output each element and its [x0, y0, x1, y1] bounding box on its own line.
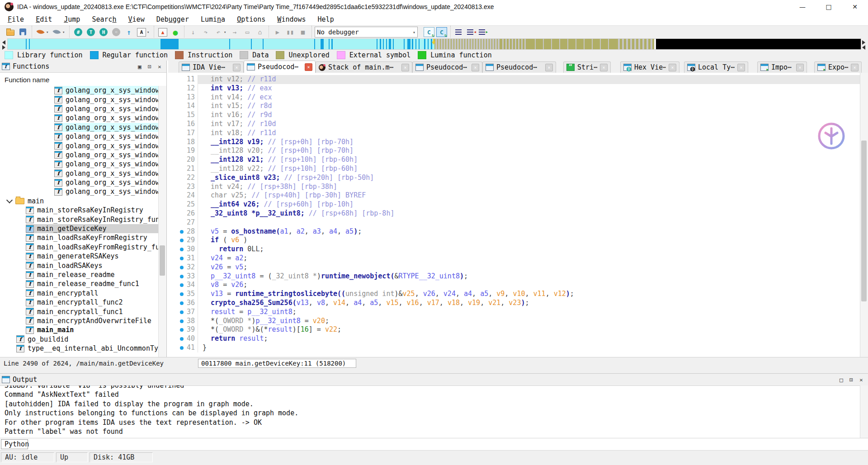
code-line[interactable]: 31 v24 = a2;	[168, 254, 860, 263]
function-row[interactable]: fmain_storeRsaKeyInRegistry	[0, 206, 159, 215]
code-line[interactable]: 11 int v12; // r11d	[168, 75, 860, 84]
run-state-icon[interactable]: ●	[170, 27, 181, 37]
rename-icon[interactable]: A	[136, 27, 147, 37]
function-list-scroll-thumb[interactable]	[160, 245, 165, 276]
horizontal-splitter[interactable]	[0, 370, 868, 373]
breakpoint-icon[interactable]: ▲	[157, 27, 168, 37]
code-line[interactable]: 30 return 0LL;	[168, 245, 860, 254]
trace-off-icon[interactable]: ◦	[111, 27, 122, 37]
code-line[interactable]: 19 __int128 v20; // [rsp+0h] [rbp-70h]	[168, 146, 860, 155]
run-until-return-icon-dropdown[interactable]: ▾	[224, 30, 228, 34]
code-line[interactable]: 38 *(_OWORD *)p__32_uint8 = v20;	[168, 317, 860, 326]
menu-file[interactable]: File	[2, 14, 30, 24]
function-row[interactable]: fmain_loadRsaKeyFromRegistry_func1	[0, 243, 159, 252]
code-line[interactable]: 29 if ( v6 )	[168, 236, 860, 245]
output-maximize-icon[interactable]: □	[836, 375, 846, 384]
code-line[interactable]: 36 crypto_sha256_Sum256(v13, v8, v14, a4…	[168, 299, 860, 308]
pause-icon2[interactable]: ▭	[242, 27, 253, 37]
decompile-back-icon[interactable]: C	[424, 27, 434, 37]
function-row[interactable]: fmain_encryptall_func2	[0, 298, 159, 307]
trace-hash-icon[interactable]: #	[73, 27, 84, 37]
tab-pseudocod[interactable]: Pseudocod⋯×	[244, 61, 316, 73]
tab-close-icon[interactable]: ×	[851, 64, 859, 71]
pseudocode-view[interactable]: 11 int v12; // r11d12 int v13; // eax13 …	[168, 73, 860, 357]
tab-idavie[interactable]: IDA Vie⋯×	[179, 61, 244, 73]
code-line[interactable]: 32 v26 = v5;	[168, 263, 860, 272]
function-row[interactable]: fmain_encryptAndOverwriteFile	[0, 316, 159, 325]
detach-icon[interactable]: ⌂	[255, 27, 265, 37]
code-line[interactable]: 27	[168, 218, 860, 227]
menu-lumina[interactable]: Lumina	[195, 14, 231, 24]
menu-view[interactable]: View	[123, 14, 151, 24]
save-icon[interactable]	[18, 27, 28, 37]
function-row[interactable]: fmain_encryptall	[0, 289, 159, 298]
pseudocode-scrollbar[interactable]	[860, 73, 868, 357]
tab-close-icon[interactable]: ×	[401, 64, 409, 71]
tab-pseudocod[interactable]: Pseudocod⋯×	[482, 61, 556, 73]
jump-up-icon[interactable]: ↑	[123, 27, 134, 37]
tab-close-icon[interactable]: ×	[669, 64, 676, 71]
function-row[interactable]: fgolang_org_x_sys_windows_G	[0, 113, 159, 122]
tab-localty[interactable]: Local Ty⋯×	[684, 61, 748, 73]
tab-close-icon[interactable]: ×	[600, 64, 608, 71]
menu-jump[interactable]: Jump	[58, 14, 86, 24]
code-line[interactable]: 16 int v17; // r10d	[168, 120, 860, 129]
code-line[interactable]: 41}	[168, 343, 860, 352]
code-line[interactable]: 33 p__32_uint8 = (_32_uint8 *)runtime_ne…	[168, 272, 860, 281]
functions-close-icon[interactable]: ×	[155, 62, 165, 71]
import-list-icon[interactable]	[467, 28, 475, 36]
step-into-icon[interactable]: ↓	[188, 27, 198, 37]
function-row[interactable]: fmain_release_readme	[0, 270, 159, 279]
tab-stri[interactable]: Stri⋯×	[563, 61, 611, 73]
run-until-return-icon[interactable]: ↶	[213, 27, 224, 37]
menu-help[interactable]: Help	[312, 14, 340, 24]
function-row[interactable]: fgolang_org_x_sys_windows_g	[0, 160, 159, 169]
close-button[interactable]: ✕	[842, 0, 868, 14]
code-line[interactable]: 26 _32_uint8 *p__32_uint8; // [rsp+68h] …	[168, 209, 860, 218]
folder-row-main[interactable]: main	[0, 197, 159, 206]
tab-close-icon[interactable]: ×	[472, 64, 479, 71]
navband-right-down-icon[interactable]	[862, 45, 865, 50]
navband-right-up-icon[interactable]	[862, 40, 865, 45]
tab-impo[interactable]: Impo⋯×	[757, 61, 807, 73]
code-line[interactable]: 21 __int128 v22; // [rsp+10h] [rbp-60h]	[168, 164, 860, 174]
function-row[interactable]: fmain_storeRsaKeyInRegistry_func1	[0, 215, 159, 224]
tab-close-icon[interactable]: ×	[305, 63, 312, 71]
open-file-icon[interactable]	[5, 27, 16, 37]
function-row[interactable]: fgolang_org_x_sys_windows__	[0, 86, 159, 95]
pseudocode-scroll-thumb[interactable]	[861, 141, 867, 301]
function-row[interactable]: fmain_generateRSAKeys	[0, 252, 159, 261]
function-row[interactable]: fgolang_org_x_sys_windows_l	[0, 104, 159, 113]
code-line[interactable]: 18 __int128 v19; // [rsp+0h] [rbp-70h]	[168, 138, 860, 147]
function-row[interactable]: fmain_main	[0, 325, 159, 334]
function-row[interactable]: fmain_loadRsaKeyFromRegistry	[0, 233, 159, 242]
quick-comment-icon-dropdown[interactable]: ▾	[62, 30, 66, 34]
tab-close-icon[interactable]: ×	[545, 64, 553, 71]
command-line-input[interactable]	[29, 439, 867, 449]
export-list-icon[interactable]	[478, 28, 486, 36]
step-over-icon[interactable]: ↷	[200, 27, 211, 37]
function-row[interactable]: fgolang_org_x_sys_windows_g	[0, 141, 159, 150]
function-row[interactable]: fgolang_org_x_sys_windows_i	[0, 95, 159, 104]
code-line[interactable]: 12 int v13; // eax	[168, 84, 860, 93]
code-line[interactable]: 35 v13 = runtime_stringtoslicebyte((unsi…	[168, 290, 860, 299]
chevron-down-icon[interactable]	[6, 197, 13, 203]
output-close-icon[interactable]: ×	[856, 375, 866, 384]
code-line[interactable]: 24 char v25; // [rsp+40h] [rbp-30h] BYRE…	[168, 191, 860, 200]
code-line[interactable]: 15 int v16; // r9d	[168, 111, 860, 120]
navband-left-down-icon[interactable]	[2, 45, 5, 50]
output-log[interactable]: 318BB7: variable 'v18' is possibly undef…	[0, 385, 860, 438]
code-line[interactable]: 25 __int64 v26; // [rsp+60h] [rbp-10h]	[168, 200, 860, 209]
functions-restore-icon[interactable]: ▣	[135, 62, 145, 71]
rename-icon-dropdown[interactable]: ▾	[147, 30, 151, 34]
menu-windows[interactable]: Windows	[271, 14, 311, 24]
interpreter-selector[interactable]: Python	[1, 439, 28, 449]
tab-stackofmainm[interactable]: Stack of main.m⋯×	[316, 61, 412, 73]
function-list-scrollbar[interactable]	[158, 86, 166, 357]
quick-patch-icon-dropdown[interactable]: ▾	[46, 30, 50, 34]
menu-search[interactable]: Search	[86, 14, 122, 24]
debugger-select[interactable]: No debugger▾	[315, 27, 418, 38]
function-row[interactable]: fmain_release_readme_func1	[0, 279, 159, 288]
code-line[interactable]: 13 int v14; // ecx	[168, 93, 860, 102]
function-row[interactable]: fgolang_org_x_sys_windows_U	[0, 132, 159, 141]
